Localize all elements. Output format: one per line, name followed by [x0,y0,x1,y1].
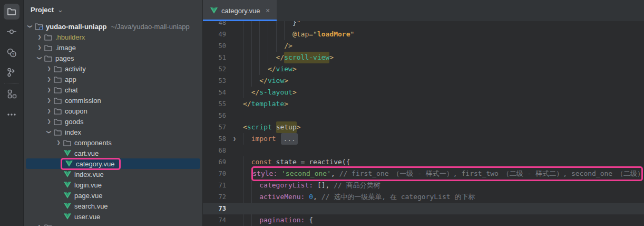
code-line-68[interactable]: 68 [203,145,644,156]
code-line-72[interactable]: 72activeMenu: 0, // 选中的一级菜单, 在 categoryL… [203,191,644,203]
code-line-50[interactable]: 50/> [203,40,644,52]
line-number[interactable]: 53 [203,75,226,87]
tree-expand-chevron-icon[interactable]: ❯ [45,98,53,103]
tree-expand-chevron-icon[interactable]: ❯ [35,34,44,40]
vue-file-icon [63,192,72,199]
code-token: categoryList: [259,180,313,191]
tree-item-coupon[interactable]: ❯coupon [24,106,202,116]
vue-file-icon [63,203,72,209]
tree-item-search.vue[interactable]: search.vue [24,201,202,211]
tree-item-.image[interactable]: ❯.image [24,42,202,53]
code-line-69[interactable]: 69const state = reactive({ [203,156,644,168]
tree-item-user.vue[interactable]: user.vue [24,211,202,222]
line-number[interactable]: 52 [203,63,226,75]
tree-expand-chevron-icon[interactable]: ❯ [45,108,53,114]
code-line-71[interactable]: 71categoryList: [], // 商品分类树 [203,180,644,191]
tree-item-chat[interactable]: ❯chat [24,84,202,95]
code-line-58[interactable]: 58❯import ... [203,133,644,145]
tool-button-more[interactable] [4,107,19,123]
line-number[interactable]: 70 [203,168,226,180]
line-number[interactable]: 51 [203,52,226,63]
tree-item-activity[interactable]: ❯activity [24,63,202,74]
line-number[interactable]: 68 [203,145,226,156]
tree-expand-chevron-icon[interactable]: ❯ [45,87,53,92]
code-line-73[interactable]: 73 [203,203,644,214]
tree-item-label: .hbuilderx [55,33,85,41]
fold-marker-icon[interactable]: ❯ [226,133,243,145]
tool-button-commit[interactable] [4,24,19,40]
line-number[interactable]: 69 [203,156,226,168]
tree-item-label: goods [65,118,83,126]
tree-expand-chevron-icon[interactable]: ❯ [45,77,53,82]
fold-column [226,87,243,98]
code-token: = [297,156,309,168]
tree-item-commission[interactable]: ❯commission [24,95,202,106]
line-number[interactable]: 71 [203,180,226,191]
tool-button-project[interactable] [4,4,19,20]
code-line-56[interactable]: 56 [203,110,644,121]
tree-expand-chevron-icon[interactable]: ❯ [27,22,33,31]
code-line-53[interactable]: 53</view> [203,75,644,87]
code-token: // 商品分类树 [334,180,380,191]
tree-item-page.vue[interactable]: page.vue [24,190,202,201]
code-line-74[interactable]: 74pagination: { [203,214,644,226]
tool-button-community-help[interactable]: ? [4,45,19,61]
indent-guides [243,87,251,98]
tool-button-version-control[interactable] [4,64,19,80]
tree-item-pages[interactable]: ❯pages [24,53,202,63]
folder-icon [53,87,62,93]
line-number[interactable]: 72 [203,191,226,203]
line-number[interactable]: 54 [203,87,226,98]
chevron-down-icon[interactable]: ⌄ [57,6,63,14]
tree-item-.hbuilderx[interactable]: ❯.hbuilderx [24,32,202,42]
tab-category-vue[interactable]: category.vue ✕ [203,0,277,21]
tree-item-label: page.vue [74,192,103,200]
tree-item-index[interactable]: ❯index [24,127,202,137]
tree-item-cart.vue[interactable]: cart.vue [24,148,202,158]
line-number[interactable]: 57 [203,121,226,133]
tree-item-clipped[interactable]: ❯ [24,222,202,226]
tab-close-icon[interactable]: ✕ [265,7,270,14]
tree-item-goods[interactable]: ❯goods [24,116,202,127]
code-line-54[interactable]: 54</s-layout> [203,87,644,98]
tree-expand-chevron-icon[interactable]: ❯ [45,119,53,124]
line-number[interactable]: 49 [203,29,226,40]
folder-icon [53,76,62,83]
code-line-57[interactable]: 57<script setup> [203,121,644,133]
line-number[interactable]: 74 [203,214,226,226]
tree-expand-chevron-icon[interactable]: ❯ [37,54,42,62]
line-number[interactable]: 55 [203,98,226,110]
line-number[interactable]: 50 [203,40,226,52]
code-token: reactive [309,156,342,168]
code-line-51[interactable]: 51</scroll-view> [203,52,644,63]
tool-button-structure[interactable] [4,86,19,102]
tree-item-index.vue[interactable]: index.vue [24,169,202,180]
tree-item-yudao-mall-uniapp[interactable]: ❯yudao-mall-uniapp~/Java/yudao-mall-unia… [24,21,202,32]
tree-expand-chevron-icon[interactable]: ❯ [35,45,44,50]
code-line-49[interactable]: 49@tap="loadMore" [203,29,644,40]
code-token: style: [252,168,277,180]
tree-expand-chevron-icon[interactable]: ❯ [46,128,52,136]
tree-expand-chevron-icon[interactable]: ❯ [45,66,53,71]
fold-column [226,98,243,110]
code-token: > [284,75,288,87]
tree-item-category.vue[interactable]: category.vue [24,158,202,169]
code-line-55[interactable]: 55</template> [203,98,644,110]
code-token: 0 [309,191,313,203]
tree-item-app[interactable]: ❯app [24,74,202,84]
line-number[interactable]: 56 [203,110,226,121]
code-line-70[interactable]: 70style: 'second_one', // first_one （一级 … [203,168,644,180]
code-line-52[interactable]: 52</view> [203,63,644,75]
tree-item-login.vue[interactable]: login.vue [24,180,202,190]
line-number[interactable]: 73 [203,203,226,214]
line-number[interactable]: 58 [203,133,226,145]
editor-tab-bar: category.vue ✕ [203,0,644,21]
tree-expand-chevron-icon[interactable]: ❯ [54,140,63,145]
code-editor[interactable]: 48}"49@tap="loadMore"50/>51</scroll-view… [203,17,644,226]
fold-column [226,180,243,191]
tree-item-components[interactable]: ❯components [24,137,202,148]
code-token: </ [251,87,260,98]
indent-guides [243,75,259,87]
project-panel-header[interactable]: Project ⌄ [24,0,202,19]
code-token: template [251,98,285,110]
